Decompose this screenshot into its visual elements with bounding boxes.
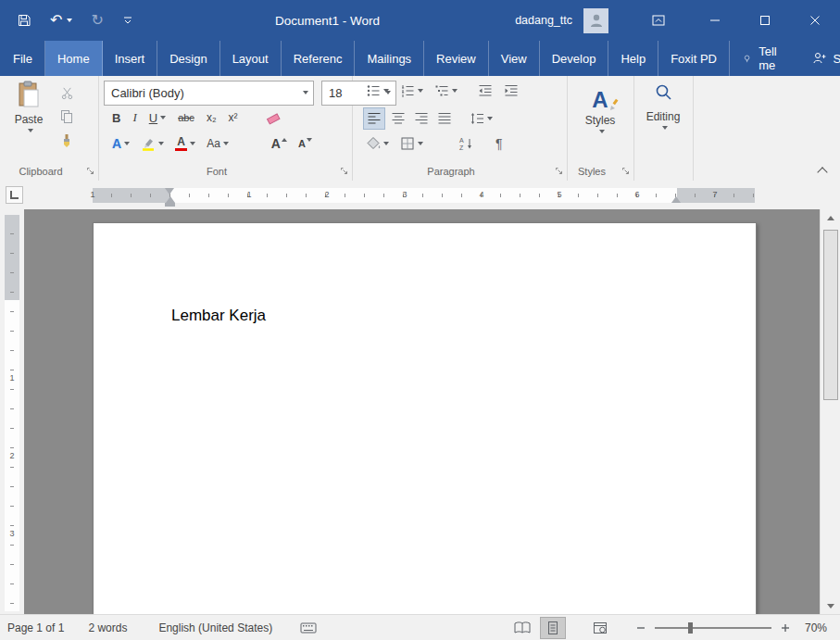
tab-developer[interactable]: Develop [540, 41, 609, 76]
numbered-list-icon [400, 83, 415, 98]
web-layout-button[interactable] [588, 618, 612, 638]
subscript-button[interactable]: x₂ [204, 107, 219, 128]
styles-button[interactable]: A Styles [569, 80, 632, 133]
paragraph-dialog-launcher-icon[interactable] [555, 167, 563, 175]
zoom-percentage[interactable]: 70% [805, 621, 827, 634]
line-spacing-icon [470, 111, 484, 126]
tab-foxit-pdf[interactable]: Foxit PD [658, 41, 730, 76]
titlebar-right: dadang_ttc [515, 0, 840, 41]
borders-button[interactable] [397, 133, 426, 154]
italic-button[interactable]: I [130, 107, 139, 128]
editing-button[interactable]: Editing [635, 80, 691, 130]
document-page[interactable]: Lembar Kerja [93, 222, 757, 614]
tab-layout[interactable]: Layout [220, 41, 282, 76]
zoom-slider-thumb[interactable] [688, 622, 693, 634]
scroll-up-icon[interactable] [821, 209, 840, 226]
print-layout-button[interactable] [540, 617, 566, 639]
share-button[interactable]: Share [796, 41, 840, 76]
increase-indent-button[interactable] [501, 81, 521, 101]
zoom-out-button[interactable] [633, 620, 649, 636]
align-right-button[interactable] [411, 108, 432, 129]
font-name-combo[interactable]: Calibri (Body) [104, 81, 314, 106]
scroll-down-icon[interactable] [821, 597, 840, 614]
collapse-ribbon-icon[interactable] [816, 165, 829, 176]
tab-help[interactable]: Help [608, 41, 658, 76]
right-indent-marker[interactable] [671, 196, 681, 203]
font-color-dropdown-icon [190, 142, 195, 145]
page-indicator[interactable]: Page 1 of 1 [7, 621, 64, 634]
highlight-button[interactable] [138, 133, 167, 154]
zoom-slider-track [655, 627, 771, 629]
tab-references[interactable]: Referenc [282, 41, 356, 76]
font-dialog-launcher-icon[interactable] [340, 167, 348, 175]
font-color-button[interactable]: A [172, 133, 198, 154]
user-name[interactable]: dadang_ttc [515, 14, 572, 27]
text-effects-button[interactable]: A [109, 133, 132, 154]
horizontal-ruler[interactable]: 1 1 2 3 4 5 6 7 [93, 188, 755, 203]
zoom-in-button[interactable] [777, 620, 794, 636]
avatar[interactable] [583, 8, 608, 33]
cut-button[interactable] [56, 83, 78, 102]
tell-me[interactable]: Tell me [730, 41, 796, 76]
sort-button[interactable]: AZ [456, 133, 476, 154]
format-painter-button[interactable] [56, 132, 78, 150]
scrollbar-thumb[interactable] [823, 230, 838, 400]
show-paragraph-marks-button[interactable]: ¶ [493, 133, 506, 154]
font-color-bar-icon [175, 148, 187, 151]
ruler-ticks [93, 194, 755, 197]
grow-font-button[interactable]: A [269, 133, 290, 154]
align-left-button[interactable] [363, 107, 385, 130]
bullets-button[interactable] [363, 81, 392, 101]
bold-button[interactable]: B [109, 107, 123, 128]
change-case-dropdown-icon [223, 142, 229, 145]
shading-icon [366, 136, 381, 151]
vertical-scrollbar[interactable] [820, 209, 840, 614]
paste-button[interactable]: Paste [7, 81, 50, 166]
ribbon-display-options-icon[interactable] [640, 0, 677, 41]
close-button[interactable] [790, 0, 840, 41]
keyboard-indicator[interactable] [300, 622, 317, 634]
decrease-indent-button[interactable] [475, 81, 495, 101]
minimize-button[interactable] [690, 0, 740, 41]
maximize-button[interactable] [740, 0, 790, 41]
first-line-indent-marker[interactable] [165, 188, 174, 195]
tab-file[interactable]: File [0, 41, 45, 76]
zoom-slider[interactable] [655, 620, 771, 636]
clipboard-dialog-launcher-icon[interactable] [86, 167, 94, 175]
align-center-button[interactable] [388, 108, 408, 129]
line-spacing-button[interactable] [467, 108, 495, 129]
person-icon [588, 12, 605, 29]
tab-review[interactable]: Review [424, 41, 489, 76]
styles-group: A Styles Styles [567, 76, 634, 181]
tab-design[interactable]: Design [157, 41, 219, 76]
multilevel-list-button[interactable] [432, 81, 460, 101]
strikethrough-button[interactable]: abc [175, 107, 197, 128]
align-center-icon [391, 111, 406, 126]
tab-selector[interactable] [6, 186, 23, 204]
tab-insert[interactable]: Insert [103, 41, 158, 76]
highlight-dropdown-icon [158, 142, 164, 145]
copy-button[interactable] [56, 107, 78, 126]
change-case-button[interactable]: Aa [204, 133, 232, 154]
web-layout-icon [593, 621, 608, 635]
paragraph-group-label: Paragraph [352, 166, 550, 177]
numbering-button[interactable] [397, 81, 426, 101]
read-mode-button[interactable] [510, 618, 534, 638]
copy-icon [60, 109, 73, 124]
language-indicator[interactable]: English (United States) [158, 621, 272, 634]
justify-button[interactable] [434, 108, 455, 129]
shrink-font-button[interactable]: A [295, 133, 315, 154]
print-layout-icon [545, 621, 560, 635]
left-indent-marker[interactable] [165, 196, 175, 207]
styles-dialog-launcher-icon[interactable] [621, 167, 630, 175]
vertical-ruler[interactable]: 1 2 3 [5, 215, 19, 611]
superscript-button[interactable]: x² [226, 107, 241, 128]
clear-formatting-button[interactable] [262, 107, 284, 128]
tab-home[interactable]: Home [45, 41, 103, 76]
underline-button[interactable]: U [146, 107, 169, 128]
word-count[interactable]: 2 words [88, 621, 127, 634]
tab-view[interactable]: View [489, 41, 540, 76]
eraser-icon [265, 110, 282, 125]
shading-button[interactable] [363, 133, 392, 154]
tab-mailings[interactable]: Mailings [355, 41, 424, 76]
